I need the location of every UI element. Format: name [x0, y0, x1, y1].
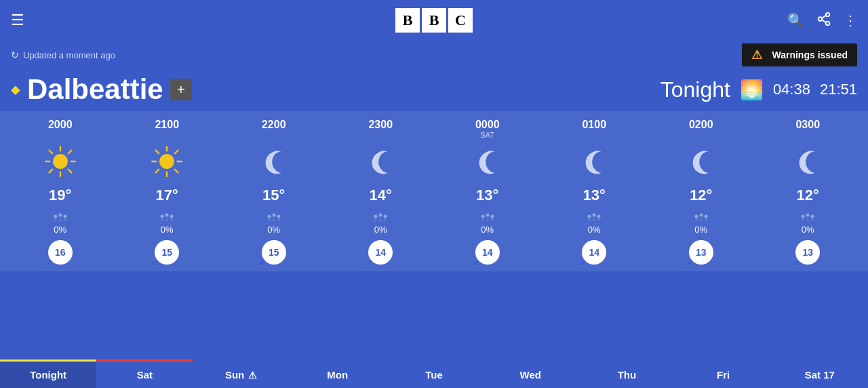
- svg-point-33: [166, 219, 168, 221]
- sunrise-icon: 🌅: [740, 79, 764, 101]
- weather-icon-cell-2: [220, 144, 328, 178]
- rain-pct-3: 0%: [374, 225, 387, 235]
- tab-sat-17[interactable]: Sat 17: [772, 360, 868, 388]
- tab-sat[interactable]: Sat: [96, 360, 193, 388]
- svg-point-62: [695, 219, 697, 221]
- tonight-info: Tonight 🌅 04:38 21:51: [660, 77, 857, 102]
- svg-point-29: [161, 215, 164, 218]
- weather-icon-cell-7: [755, 144, 862, 178]
- svg-line-13: [49, 170, 52, 173]
- svg-point-46: [384, 219, 387, 221]
- tab-label-3: Mon: [327, 369, 348, 381]
- svg-point-41: [374, 215, 378, 218]
- svg-point-58: [598, 219, 600, 221]
- share-icon[interactable]: [816, 12, 831, 30]
- weather-icon-cell-4: [434, 144, 541, 178]
- wind-badge-2: 15 ↙: [262, 240, 286, 265]
- temp-cell-7: 12°: [755, 187, 862, 204]
- time-col-3: 2300: [328, 118, 435, 139]
- time-col-1: 2100: [114, 118, 221, 139]
- more-icon[interactable]: ⋮: [844, 12, 857, 28]
- hamburger-icon[interactable]: ☰: [11, 12, 24, 29]
- rain-pct-5: 0%: [588, 225, 601, 235]
- wind-arrow-7: ↙: [793, 258, 800, 267]
- wind-cell-3: 14 ↙: [328, 240, 435, 265]
- svg-line-12: [68, 151, 71, 154]
- wind-badge-6: 13 ↙: [689, 240, 713, 265]
- sunrise-time: 04:38: [773, 81, 810, 98]
- time-label-6: 0200: [689, 118, 713, 131]
- weather-icon-cell-0: [7, 144, 114, 178]
- svg-point-47: [481, 215, 484, 218]
- location-name: ◆ Dalbeattie +: [11, 73, 192, 106]
- time-col-5: 0100: [541, 118, 648, 139]
- wind-cell-2: 15 ↙: [220, 240, 328, 265]
- tab-wed[interactable]: Wed: [482, 360, 578, 388]
- svg-line-19: [156, 151, 159, 154]
- svg-point-5: [53, 154, 68, 169]
- svg-point-27: [59, 219, 61, 221]
- time-col-4: 0000 SAT: [434, 118, 541, 139]
- svg-point-24: [58, 214, 62, 217]
- wind-cell-1: 15 ↙: [114, 240, 221, 265]
- svg-line-3: [822, 15, 826, 18]
- temp-cell-3: 14°: [328, 187, 435, 204]
- day-label-4: SAT: [480, 131, 494, 139]
- tab-label-1: Sat: [137, 369, 153, 381]
- wind-arrow-6: ↙: [686, 258, 693, 267]
- svg-point-37: [277, 215, 280, 218]
- svg-point-64: [705, 219, 707, 221]
- tab-tonight[interactable]: Tonight: [0, 360, 96, 388]
- weather-icon-cell-5: [541, 144, 648, 178]
- time-col-7: 0300: [755, 118, 862, 139]
- header-left: ☰: [11, 12, 24, 29]
- svg-point-31: [170, 215, 174, 218]
- svg-line-22: [156, 170, 159, 173]
- svg-point-51: [486, 219, 488, 221]
- warnings-badge[interactable]: Warnings issued: [742, 43, 857, 66]
- wind-arrow-5: ↙: [579, 258, 586, 267]
- svg-point-63: [700, 219, 702, 221]
- svg-point-40: [277, 219, 279, 221]
- tonight-label: Tonight: [660, 77, 730, 102]
- tab-warning-icon-2: ⚠: [248, 370, 257, 381]
- city-name: Dalbeattie: [27, 73, 163, 106]
- temp-cell-6: 12°: [648, 187, 755, 204]
- tab-thu[interactable]: Thu: [578, 360, 675, 388]
- icons-row: [0, 139, 868, 184]
- svg-point-14: [159, 154, 174, 169]
- wind-arrow-1: ↙: [152, 258, 159, 267]
- rain-icon-4: [480, 210, 495, 225]
- tab-mon[interactable]: Mon: [290, 360, 386, 388]
- wind-arrow-2: ↙: [259, 258, 266, 267]
- time-label-0: 2000: [48, 118, 73, 131]
- time-label-4: 0000: [475, 118, 500, 131]
- rain-cell-1: 0%: [114, 210, 221, 235]
- tab-tue[interactable]: Tue: [386, 360, 482, 388]
- svg-point-68: [802, 219, 804, 221]
- search-icon[interactable]: 🔍: [787, 12, 804, 28]
- wind-badge-7: 13 ↙: [795, 240, 820, 265]
- svg-point-30: [165, 214, 169, 217]
- header-right: 🔍 ⋮: [787, 12, 857, 30]
- rain-cell-2: 0%: [220, 210, 328, 235]
- svg-point-23: [54, 215, 57, 218]
- rain-pct-7: 0%: [802, 225, 814, 235]
- tab-label-4: Tue: [425, 369, 443, 381]
- tab-sun[interactable]: Sun⚠: [193, 360, 289, 388]
- tab-fri[interactable]: Fri: [675, 360, 772, 388]
- wind-arrow-3: ↙: [366, 258, 372, 267]
- add-location-button[interactable]: +: [170, 79, 192, 100]
- svg-point-65: [802, 215, 805, 218]
- time-label-7: 0300: [795, 118, 820, 131]
- rain-cell-0: 0%: [7, 210, 114, 235]
- warning-icon: [751, 47, 766, 62]
- wind-arrow-0: ↙: [45, 258, 52, 267]
- rain-pct-0: 0%: [54, 225, 66, 235]
- weather-icon-cell-6: [648, 144, 755, 178]
- svg-point-50: [481, 219, 484, 221]
- temp-row: 19°17°15°14°13°13°12°12°: [0, 184, 868, 207]
- rain-icon-0: [53, 210, 68, 225]
- rain-cell-4: 0%: [434, 210, 541, 235]
- svg-point-69: [807, 219, 809, 221]
